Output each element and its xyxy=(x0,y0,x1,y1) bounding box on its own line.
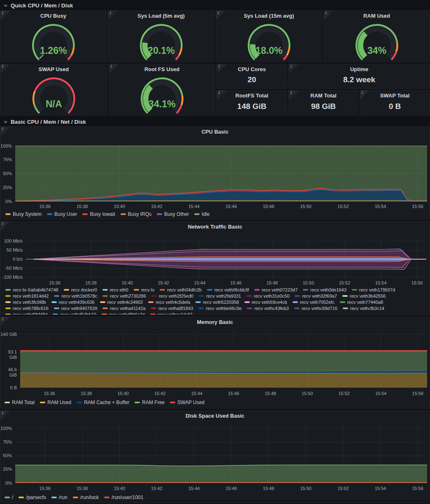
legend-item[interactable]: recv veth788c616 xyxy=(5,306,49,311)
legend-item[interactable]: recv vetha41142a xyxy=(102,306,146,311)
panel-info-icon[interactable]: i xyxy=(216,90,227,100)
panel-title[interactable]: CPU Cores xyxy=(217,64,287,72)
legend-item[interactable]: recv veth77440a8 xyxy=(340,300,383,305)
legend-item[interactable]: recv br-5a6ab4b74748 xyxy=(5,287,58,292)
panel-title[interactable]: RAM Total xyxy=(289,90,358,99)
disk-space-used-basic-plot[interactable]: 100%75%50%25%0%15:3615:3815:4015:4215:44… xyxy=(0,411,430,503)
legend-item[interactable]: recv veth7052efc xyxy=(293,300,335,305)
legend-swatch xyxy=(53,314,58,315)
panel-info-icon[interactable]: i xyxy=(0,64,10,74)
legend-item[interactable]: recv veth2730286 xyxy=(102,294,146,298)
panel-title[interactable]: Network Traffic Basic xyxy=(0,222,430,230)
panel-info-icon[interactable]: i xyxy=(0,410,10,421)
panel-title[interactable]: CPU Busy xyxy=(0,11,106,19)
legend-item[interactable]: recv veth06cbb3f xyxy=(207,287,249,292)
panel-title[interactable]: Disk Space Used Basic xyxy=(0,411,430,419)
panel-info-icon[interactable]: i xyxy=(0,126,10,136)
panel-title[interactable]: Root FS Used xyxy=(109,64,215,72)
legend-item[interactable]: recv veth32f69a7 xyxy=(295,294,337,298)
panel-info-icon[interactable]: i xyxy=(0,317,10,327)
legend-item[interactable]: recv veth1814d42 xyxy=(5,294,49,298)
legend-item[interactable]: recv veth4c5defa xyxy=(148,300,190,305)
legend-item[interactable]: recv veth3b42556 xyxy=(342,294,386,298)
panel-info-icon[interactable]: i xyxy=(360,90,370,100)
legend-item[interactable]: recv vethd54bb19 xyxy=(53,312,96,315)
panel-info-icon[interactable]: i xyxy=(109,64,119,74)
legend-swatch xyxy=(54,295,59,297)
x-axis-tick-label: 15:54 xyxy=(371,204,389,209)
legend-item[interactable]: Busy IRQs xyxy=(121,211,151,217)
memory-basic-plot[interactable]: 140 GiB93.1 GiB46.6 GiB0 B15:3615:3815:4… xyxy=(0,317,430,408)
legend-item[interactable]: Idle xyxy=(194,211,209,217)
legend-item[interactable]: SWAP Used xyxy=(170,400,205,405)
stat-value: 148 GiB xyxy=(217,99,287,115)
legend-item[interactable]: recv veth2fa9331 xyxy=(199,294,241,298)
panel-info-icon[interactable]: i xyxy=(0,221,10,231)
legend-item[interactable]: recv veth9407639 xyxy=(54,306,97,311)
panel-info-icon[interactable]: i xyxy=(288,64,299,74)
section-basic-cpu-mem-net-disk[interactable]: Basic CPU / Mem / Net / Disk xyxy=(0,117,430,126)
legend-item[interactable]: recv veth0de1643 xyxy=(303,287,346,292)
legend-item[interactable]: recv veth04dfc2b xyxy=(160,287,202,292)
panel-title[interactable]: RootFS Total xyxy=(217,90,287,99)
gauge-svg: 34.1% xyxy=(123,72,201,115)
legend-item[interactable]: recv vethc43feb3 xyxy=(247,306,289,311)
legend-item[interactable]: / xyxy=(5,495,13,500)
panel-title[interactable]: Sys Load (15m avg) xyxy=(216,11,322,19)
panel-title[interactable]: SWAP Used xyxy=(0,64,107,72)
legend-item[interactable]: recv vethec1dc91 xyxy=(150,312,193,315)
legend-item[interactable]: recv veth31e0c50 xyxy=(246,294,290,298)
panel-disk-space-used-basic: i Disk Space Used Basic 100%75%50%25%0%1… xyxy=(0,410,430,503)
gauge-svg: 20.1% xyxy=(123,18,200,62)
legend-item[interactable]: recv lo xyxy=(134,287,154,292)
legend-item[interactable]: recv veth2f25ed0 xyxy=(151,294,193,298)
legend-item[interactable]: /run/user/1001 xyxy=(104,495,143,500)
x-axis-tick-label: 15:46 xyxy=(225,391,243,396)
panel-title[interactable]: Uptime xyxy=(289,64,430,72)
legend-item[interactable]: Busy User xyxy=(47,211,77,217)
legend-swatch xyxy=(207,289,212,291)
panel-title[interactable]: CPU Basic xyxy=(0,127,430,135)
legend-item[interactable]: recv vethd8b6c2d xyxy=(102,312,145,315)
legend-item[interactable]: recv veth439c636 xyxy=(51,300,95,305)
legend-item[interactable]: RAM Used xyxy=(40,400,71,405)
panel-info-icon[interactable]: i xyxy=(288,90,299,100)
legend-item[interactable]: recv vethbe66c9e xyxy=(198,306,242,311)
panel-info-icon[interactable]: i xyxy=(216,64,227,74)
legend-item[interactable]: /run/lock xyxy=(73,495,99,500)
legend-item[interactable]: recv eth0 xyxy=(102,287,128,292)
legend-item[interactable]: /parsecfs xyxy=(19,495,46,500)
legend-item[interactable]: recv veth5220358 xyxy=(195,300,239,305)
legend-item[interactable]: recv vethc99d716 xyxy=(294,306,337,311)
legend-item[interactable]: recv vethcfb3c14 xyxy=(343,306,384,311)
legend-item[interactable]: recv veth07223d7 xyxy=(254,287,298,292)
panel-title[interactable]: Memory Basic xyxy=(0,317,430,325)
x-axis-tick-label: 15:48 xyxy=(263,280,281,286)
panel-title[interactable]: RAM Used xyxy=(324,11,430,19)
legend-item[interactable]: recv veth1b0578c xyxy=(54,294,97,298)
legend-item[interactable]: RAM Cache + Buffer xyxy=(77,400,129,405)
panel-title[interactable]: Sys Load (5m avg) xyxy=(108,11,214,19)
legend-item[interactable]: RAM Total xyxy=(5,400,35,405)
panel-title[interactable]: SWAP Total xyxy=(360,90,430,99)
panel-info-icon[interactable]: i xyxy=(108,10,118,21)
legend-item[interactable]: RAM Free xyxy=(135,400,165,405)
legend-item[interactable]: Busy System xyxy=(5,211,42,217)
section-quick-cpu-mem-disk[interactable]: Quick CPU / Mem / Disk xyxy=(0,0,430,10)
panel-info-icon[interactable]: i xyxy=(0,10,10,21)
legend-item[interactable]: Busy Other xyxy=(157,211,189,217)
legend-item[interactable]: Busy Iowait xyxy=(82,211,115,217)
legend-item[interactable]: recv docker0 xyxy=(64,287,97,292)
legend-item[interactable]: recv veth4c34902 xyxy=(100,300,143,305)
network-traffic-basic-plot[interactable]: 100 Mb/s50 Mb/s0 b/s-50 Mb/s-100 Mb/s15:… xyxy=(0,222,430,314)
legend-item[interactable]: recv veth3fc06fb xyxy=(5,300,46,305)
panel-info-icon[interactable]: i xyxy=(323,10,334,21)
gauge-row-2: i SWAP Used N/A i Root FS Used 34.1% i C… xyxy=(0,64,430,116)
panel-info-icon[interactable]: i xyxy=(216,10,226,21)
legend-item[interactable]: recv vethd0bfd8d xyxy=(5,312,47,315)
legend-item[interactable]: /run xyxy=(51,495,67,500)
legend-item[interactable]: recv veth179507d xyxy=(352,287,395,292)
legend-item[interactable]: recv veth59ce4cb xyxy=(244,300,287,305)
legend-item[interactable]: recv vetha8f1843 xyxy=(151,306,193,311)
cpu-basic-plot[interactable]: 100%75%50%25%0%15:3615:3815:4015:4215:44… xyxy=(0,127,430,219)
